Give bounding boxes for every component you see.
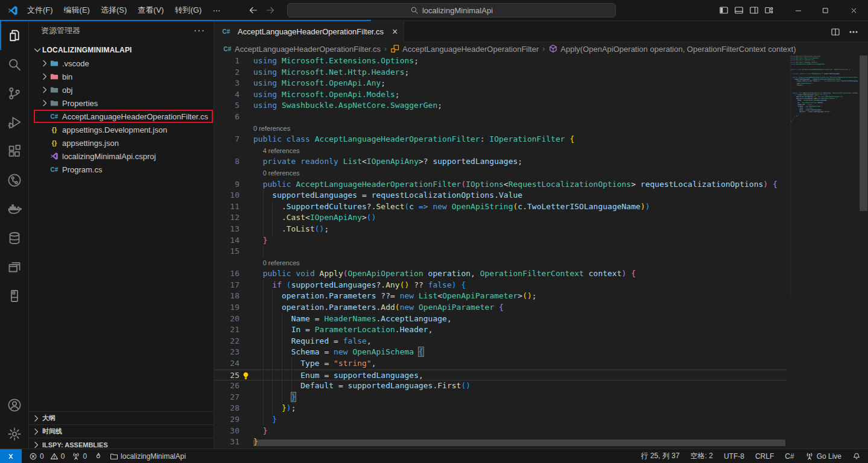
breadcrumb-item-2[interactable]: Apply(OpenApiOperation operation, Operat… xyxy=(548,44,796,54)
status-folder[interactable]: localizingMinimalApi xyxy=(110,452,186,461)
tree-item-appsettings-json[interactable]: {}appsettings.json xyxy=(29,136,214,150)
tree-item-obj[interactable]: obj xyxy=(29,83,214,96)
toggle-panel-icon[interactable] xyxy=(734,5,744,15)
menu-item-4[interactable]: 转到(G) xyxy=(169,2,207,18)
editor-more-actions-icon[interactable] xyxy=(849,27,858,37)
code-line-13[interactable]: 13 .ToList(); xyxy=(214,224,787,235)
code-line-3[interactable]: 3using Microsoft.OpenApi.Any; xyxy=(214,78,787,89)
menu-item-3[interactable]: 查看(V) xyxy=(132,2,169,18)
code-line-28[interactable]: 28 }); xyxy=(214,403,787,414)
run-and-debug-icon[interactable] xyxy=(0,108,28,137)
codelens-references[interactable]: 0 references xyxy=(214,123,787,134)
status-right-4[interactable]: C# xyxy=(785,452,794,461)
codelens-references[interactable]: 4 references xyxy=(214,145,787,157)
vertical-scrollbar[interactable] xyxy=(860,55,867,211)
split-editor-icon[interactable] xyxy=(831,27,840,37)
menu-item-2[interactable]: 选择(S) xyxy=(95,2,132,18)
status-right-1[interactable]: 空格: 2 xyxy=(691,451,713,461)
code-line-11[interactable]: 11 .SupportedCultures?.Select(c => new O… xyxy=(214,201,787,213)
history-back-icon[interactable] xyxy=(249,5,258,15)
explorer-actions-icon[interactable]: ··· xyxy=(194,25,205,36)
toggle-secondary-sidebar-icon[interactable] xyxy=(749,5,759,15)
search-icon[interactable] xyxy=(0,50,28,79)
horizontal-scrollbar[interactable] xyxy=(253,439,785,446)
tree-item-localizingminimalapi-csproj[interactable]: localizingMinimalApi.csproj xyxy=(29,150,214,163)
code-line-1[interactable]: 1using Microsoft.Extensions.Options; xyxy=(214,55,787,67)
code-line-21[interactable]: 21 In = ParameterLocation.Header, xyxy=(214,324,787,336)
code-line-23[interactable]: 23 Schema = new OpenApiSchema { xyxy=(214,347,787,358)
codelens-references[interactable]: 0 references xyxy=(214,257,787,269)
section-timeline[interactable]: 时间线 xyxy=(29,424,214,438)
docker-icon[interactable] xyxy=(0,195,28,224)
status-ports[interactable]: 0 xyxy=(72,452,87,461)
menu-item-1[interactable]: 编辑(E) xyxy=(59,2,95,18)
tab-acceptlanguageheaderoperationfilter[interactable]: C# AcceptLanguageHeaderOperationFilter.c… xyxy=(214,21,404,42)
toggle-sidebar-icon[interactable] xyxy=(719,5,729,15)
status-right-5[interactable]: Go Live xyxy=(805,452,841,461)
command-center-search[interactable]: localizingMinimalApi xyxy=(287,3,616,17)
code-line-6[interactable]: 6 xyxy=(214,112,787,123)
extensions-icon[interactable] xyxy=(0,137,28,166)
remote-explorer-icon[interactable] xyxy=(0,253,28,282)
code-line-8[interactable]: 8 private readonly List<IOpenApiAny>? su… xyxy=(214,156,787,168)
tree-item-program-cs[interactable]: C#Program.cs xyxy=(29,163,214,176)
tree-item--vscode[interactable]: .vscode xyxy=(29,57,214,70)
status-right-2[interactable]: UTF-8 xyxy=(724,452,744,461)
lightbulb-icon[interactable] xyxy=(241,371,250,380)
code-line-20[interactable]: 20 Name = HeaderNames.AcceptLanguage, xyxy=(214,313,787,325)
explorer-icon[interactable] xyxy=(0,21,28,50)
close-window-button[interactable] xyxy=(840,0,867,20)
status-right-3[interactable]: CRLF xyxy=(755,452,774,461)
ilspy-icon[interactable] xyxy=(0,282,28,310)
tab-close-icon[interactable]: × xyxy=(392,28,398,36)
database-icon[interactable] xyxy=(0,224,28,253)
code-line-18[interactable]: 18 operation.Parameters ??= new List<Ope… xyxy=(214,291,787,302)
code-line-19[interactable]: 19 operation.Parameters.Add(new OpenApiP… xyxy=(214,302,787,313)
status-flame[interactable] xyxy=(94,452,103,461)
minimize-button[interactable] xyxy=(785,0,812,20)
code-line-10[interactable]: 10 supportedLanguages = requestLocalizat… xyxy=(214,190,787,201)
code-line-26[interactable]: 26 Default = supportedLanguages.First() xyxy=(214,380,787,392)
menu-item-0[interactable]: 文件(F) xyxy=(22,2,59,18)
history-forward-icon[interactable] xyxy=(265,5,275,15)
code-line-14[interactable]: 14 } xyxy=(214,235,787,247)
code-line-25[interactable]: 25 Enum = supportedLanguages, xyxy=(214,370,787,381)
code-line-9[interactable]: 9 public AcceptLanguageHeaderOperationFi… xyxy=(214,179,787,191)
code-line-15[interactable]: 15 xyxy=(214,246,787,257)
problems-indicator[interactable]: 00 xyxy=(29,452,65,461)
code-area[interactable]: 1using Microsoft.Extensions.Options;2usi… xyxy=(214,55,787,448)
source-control-icon[interactable] xyxy=(0,79,28,108)
code-line-29[interactable]: 29 } xyxy=(214,414,787,426)
tree-item-acceptlanguageheaderoperationfilter-cs[interactable]: C#AcceptLanguageHeaderOperationFilter.cs xyxy=(29,110,214,123)
codelens-references[interactable]: 0 references xyxy=(214,168,787,179)
menu-item-5[interactable]: ⋯ xyxy=(207,4,226,17)
tree-item-bin[interactable]: bin xyxy=(29,70,214,83)
status-right-0[interactable]: 行 25, 列 37 xyxy=(641,451,680,461)
code-line-2[interactable]: 2using Microsoft.Net.Http.Headers; xyxy=(214,67,787,78)
code-line-12[interactable]: 12 .Cast<IOpenApiAny>() xyxy=(214,212,787,224)
remote-indicator[interactable] xyxy=(0,449,22,463)
code-line-17[interactable]: 17 if (supportedLanguages?.Any() ?? fals… xyxy=(214,280,787,291)
code-line-24[interactable]: 24 Type = "string", xyxy=(214,358,787,370)
tree-item-properties[interactable]: Properties xyxy=(29,96,214,110)
tree-root[interactable]: LOCALIZINGMINIMALAPI xyxy=(29,43,214,57)
code-line-22[interactable]: 22 Required = false, xyxy=(214,336,787,347)
breadcrumb-item-1[interactable]: AcceptLanguageHeaderOperationFilter xyxy=(390,44,539,54)
code-line-4[interactable]: 4using Microsoft.OpenApi.Models; xyxy=(214,89,787,101)
status-right-6[interactable] xyxy=(852,452,861,461)
code-line-27[interactable]: 27 } xyxy=(214,392,787,403)
gitlens-icon[interactable] xyxy=(0,166,28,195)
minimap[interactable]: using Microsoft.Extensions.Options;using… xyxy=(790,55,858,297)
customize-layout-icon[interactable] xyxy=(764,5,774,15)
code-line-30[interactable]: 30 } xyxy=(214,426,787,437)
code-line-5[interactable]: 5using Swashbuckle.AspNetCore.SwaggerGen… xyxy=(214,100,787,112)
code-token: SupportedCultures xyxy=(287,202,367,211)
maximize-button[interactable] xyxy=(812,0,839,20)
breadcrumb-item-0[interactable]: C#AcceptLanguageHeaderOperationFilter.cs xyxy=(223,44,381,54)
section-outline[interactable]: 大纲 xyxy=(29,411,214,424)
settings-icon[interactable] xyxy=(0,420,28,449)
accounts-icon[interactable] xyxy=(0,391,28,420)
tree-item-appsettings-development-json[interactable]: {}appsettings.Development.json xyxy=(29,123,214,136)
code-line-16[interactable]: 16 public void Apply(OpenApiOperation op… xyxy=(214,268,787,280)
code-line-7[interactable]: 7public class AcceptLanguageHeaderOperat… xyxy=(214,134,787,145)
